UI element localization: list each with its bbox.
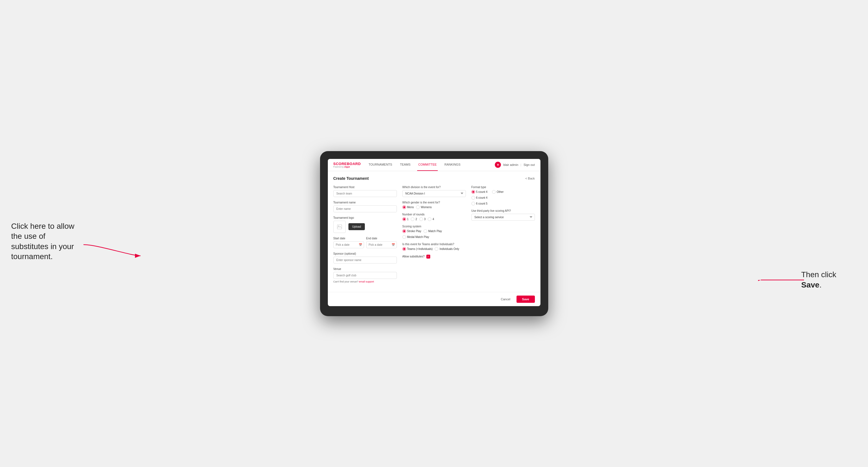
scoring-medal[interactable]: Medal Match Play xyxy=(402,235,429,239)
navbar: SCOREBOARD Powered by clippd TOURNAMENTS… xyxy=(328,159,540,171)
format-options: 5 count 4 Other 6 count 4 xyxy=(471,190,535,206)
back-button[interactable]: < Back xyxy=(525,177,535,180)
scoring-label: Scoring system xyxy=(402,225,466,228)
cancel-button[interactable]: Cancel xyxy=(498,296,514,303)
tournament-name-input[interactable] xyxy=(333,206,397,212)
gender-radio-group: Mens Womens xyxy=(402,206,466,209)
format-6count5[interactable]: 6 count 5 xyxy=(471,202,535,206)
logo-placeholder-icon xyxy=(333,221,346,233)
format-other-radio[interactable] xyxy=(492,190,496,194)
nav-user-area: B blair admin | Sign out xyxy=(495,162,535,168)
format-other[interactable]: Other xyxy=(492,190,504,194)
sponsor-group: Sponsor (optional) xyxy=(333,252,397,263)
division-select[interactable]: NCAA Division I xyxy=(402,190,466,197)
scoring-group: Scoring system Stroke Play Match Play xyxy=(402,225,466,239)
gender-mens[interactable]: Mens xyxy=(402,206,414,209)
annotation-right: Then click Save. xyxy=(801,270,857,290)
format-5count4-radio[interactable] xyxy=(471,190,475,194)
substitutes-checkbox-row[interactable]: Allow substitutes? ✓ xyxy=(402,255,466,258)
tournament-logo-group: Tournament logo xyxy=(333,216,397,233)
rounds-label: Number of rounds xyxy=(402,213,466,216)
scoring-stroke[interactable]: Stroke Play xyxy=(402,229,421,233)
page-header: Create Tournament < Back xyxy=(333,176,535,181)
nav-rankings[interactable]: RANKINGS xyxy=(443,159,461,171)
form-columns: Tournament Host Tournament name Tourname… xyxy=(333,186,535,287)
individuals-only[interactable]: Individuals Only xyxy=(435,247,459,251)
rounds-1-radio[interactable] xyxy=(402,217,406,221)
substitutes-checkbox[interactable]: ✓ xyxy=(426,255,430,258)
teams-plus-radio[interactable] xyxy=(402,247,406,251)
scoring-api-select[interactable]: Select a scoring service xyxy=(471,214,535,221)
gender-womens-radio[interactable] xyxy=(416,206,420,209)
form-section-middle: Which division is the event for? NCAA Di… xyxy=(402,186,466,287)
tournament-name-label: Tournament name xyxy=(333,201,397,204)
nav-links: TOURNAMENTS TEAMS COMMITTEE RANKINGS xyxy=(367,159,495,171)
rounds-1[interactable]: 1 xyxy=(402,217,409,221)
dates-group: Start date 📅 End date xyxy=(333,237,397,248)
logo-scoreboard: SCOREBOARD xyxy=(333,162,361,166)
page-footer: Cancel Save xyxy=(328,292,540,306)
gender-womens[interactable]: Womens xyxy=(416,206,432,209)
rounds-3[interactable]: 3 xyxy=(420,217,426,221)
tournament-logo-label: Tournament logo xyxy=(333,216,397,219)
rounds-4[interactable]: 4 xyxy=(428,217,434,221)
gender-label: Which gender is the event for? xyxy=(402,201,466,204)
scoring-match-radio[interactable] xyxy=(424,229,427,233)
sponsor-label: Sponsor (optional) xyxy=(333,252,397,255)
calendar-icon: 📅 xyxy=(359,243,362,246)
rounds-4-radio[interactable] xyxy=(428,217,431,221)
save-button[interactable]: Save xyxy=(517,295,535,303)
scoring-medal-radio[interactable] xyxy=(402,235,406,239)
page-title: Create Tournament xyxy=(333,176,369,181)
upload-button[interactable]: Upload xyxy=(348,223,365,230)
logo-powered: Powered by clippd xyxy=(333,166,361,168)
tournament-host-input[interactable] xyxy=(333,190,397,197)
sponsor-input[interactable] xyxy=(333,257,397,263)
end-date-group: End date 📅 xyxy=(366,237,397,248)
avatar: B xyxy=(495,162,501,168)
arrow-right-icon xyxy=(758,273,805,287)
logo-upload-area: Upload xyxy=(333,221,397,233)
format-group: Format type 5 count 4 Other xyxy=(471,186,535,206)
individuals-only-radio[interactable] xyxy=(435,247,438,251)
form-section-left: Tournament Host Tournament name Tourname… xyxy=(333,186,397,287)
scoring-stroke-radio[interactable] xyxy=(402,229,406,233)
email-support-link[interactable]: email support xyxy=(359,280,374,283)
nav-committee[interactable]: COMMITTEE xyxy=(417,159,438,171)
division-group: Which division is the event for? NCAA Di… xyxy=(402,186,466,197)
nav-teams[interactable]: TEAMS xyxy=(399,159,412,171)
sign-out-link[interactable]: Sign out xyxy=(524,163,535,166)
venue-input[interactable] xyxy=(333,272,397,279)
arrow-left-icon xyxy=(81,242,142,258)
format-5count4[interactable]: 5 count 4 xyxy=(471,190,488,194)
page-content: Create Tournament < Back Tournament Host xyxy=(328,171,540,292)
format-6count5-radio[interactable] xyxy=(471,202,475,206)
teams-radio-group: Teams (+Individuals) Individuals Only xyxy=(402,247,466,251)
venue-help: Can't find your venue? email support xyxy=(333,280,397,283)
teams-plus-individuals[interactable]: Teams (+Individuals) xyxy=(402,247,433,251)
tournament-host-label: Tournament Host xyxy=(333,186,397,189)
rounds-2[interactable]: 2 xyxy=(411,217,417,221)
svg-point-2 xyxy=(338,225,339,226)
scoring-radio-group: Stroke Play Match Play Medal Match Play xyxy=(402,229,466,239)
date-row: Start date 📅 End date xyxy=(333,237,397,248)
format-row-1: 5 count 4 Other xyxy=(471,190,535,194)
format-6count4[interactable]: 6 count 4 xyxy=(471,196,535,199)
nav-tournaments[interactable]: TOURNAMENTS xyxy=(367,159,393,171)
tournament-name-group: Tournament name xyxy=(333,201,397,212)
gender-mens-radio[interactable] xyxy=(402,206,406,209)
scoring-api-label: Use third-party live scoring API? xyxy=(471,209,535,212)
form-section-right: Format type 5 count 4 Other xyxy=(471,186,535,287)
substitutes-group: Allow substitutes? ✓ xyxy=(402,255,466,258)
scoring-match[interactable]: Match Play xyxy=(424,229,442,233)
rounds-2-radio[interactable] xyxy=(411,217,414,221)
venue-label: Venue xyxy=(333,268,397,271)
rounds-3-radio[interactable] xyxy=(420,217,423,221)
calendar-icon-end: 📅 xyxy=(392,243,395,246)
logo-area: SCOREBOARD Powered by clippd xyxy=(333,162,361,168)
start-date-wrap: 📅 xyxy=(333,241,364,248)
gender-group: Which gender is the event for? Mens Wome… xyxy=(402,201,466,209)
annotation-left: Click here to allow the use of substitut… xyxy=(11,221,84,262)
format-6count4-radio[interactable] xyxy=(471,196,475,199)
tablet-screen: SCOREBOARD Powered by clippd TOURNAMENTS… xyxy=(328,159,540,306)
